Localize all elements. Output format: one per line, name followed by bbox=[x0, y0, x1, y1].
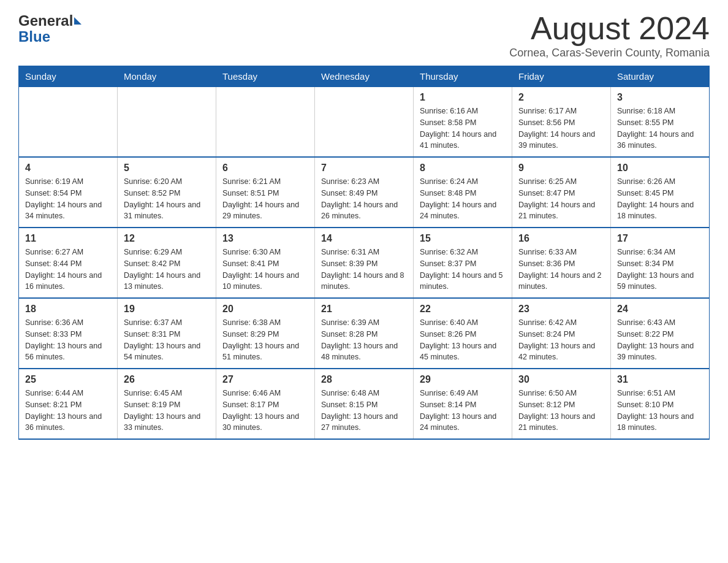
logo-chevron-icon bbox=[74, 17, 82, 25]
day-number: 23 bbox=[518, 304, 604, 315]
day-header-monday: Monday bbox=[118, 66, 216, 87]
day-info: Sunrise: 6:31 AM Sunset: 8:39 PM Dayligh… bbox=[321, 247, 407, 293]
day-number: 10 bbox=[617, 163, 703, 174]
day-number: 16 bbox=[518, 233, 604, 244]
day-info: Sunrise: 6:26 AM Sunset: 8:45 PM Dayligh… bbox=[617, 176, 703, 222]
day-info: Sunrise: 6:17 AM Sunset: 8:56 PM Dayligh… bbox=[518, 105, 604, 151]
day-number: 11 bbox=[25, 233, 111, 244]
calendar-cell bbox=[315, 87, 414, 158]
logo: General Blue bbox=[18, 12, 82, 45]
day-number: 12 bbox=[124, 233, 210, 244]
day-info: Sunrise: 6:18 AM Sunset: 8:55 PM Dayligh… bbox=[617, 105, 703, 151]
day-info: Sunrise: 6:20 AM Sunset: 8:52 PM Dayligh… bbox=[124, 176, 210, 222]
day-info: Sunrise: 6:49 AM Sunset: 8:14 PM Dayligh… bbox=[420, 388, 506, 434]
day-info: Sunrise: 6:33 AM Sunset: 8:36 PM Dayligh… bbox=[518, 247, 604, 293]
day-header-sunday: Sunday bbox=[19, 66, 118, 87]
calendar-cell: 17Sunrise: 6:34 AM Sunset: 8:34 PM Dayli… bbox=[611, 228, 710, 298]
calendar-cell: 24Sunrise: 6:43 AM Sunset: 8:22 PM Dayli… bbox=[611, 298, 710, 369]
calendar-cell: 11Sunrise: 6:27 AM Sunset: 8:44 PM Dayli… bbox=[19, 228, 118, 298]
day-info: Sunrise: 6:43 AM Sunset: 8:22 PM Dayligh… bbox=[617, 317, 703, 363]
calendar-cell: 16Sunrise: 6:33 AM Sunset: 8:36 PM Dayli… bbox=[512, 228, 611, 298]
day-info: Sunrise: 6:36 AM Sunset: 8:33 PM Dayligh… bbox=[25, 317, 111, 363]
day-number: 4 bbox=[25, 163, 111, 174]
day-number: 3 bbox=[617, 92, 703, 103]
day-info: Sunrise: 6:27 AM Sunset: 8:44 PM Dayligh… bbox=[25, 247, 111, 293]
calendar-cell: 13Sunrise: 6:30 AM Sunset: 8:41 PM Dayli… bbox=[216, 228, 315, 298]
day-number: 21 bbox=[321, 304, 407, 315]
day-info: Sunrise: 6:37 AM Sunset: 8:31 PM Dayligh… bbox=[124, 317, 210, 363]
calendar-cell: 30Sunrise: 6:50 AM Sunset: 8:12 PM Dayli… bbox=[512, 369, 611, 439]
calendar-cell: 29Sunrise: 6:49 AM Sunset: 8:14 PM Dayli… bbox=[414, 369, 512, 439]
day-number: 1 bbox=[420, 92, 506, 103]
calendar-cell: 22Sunrise: 6:40 AM Sunset: 8:26 PM Dayli… bbox=[414, 298, 512, 369]
day-header-saturday: Saturday bbox=[611, 66, 710, 87]
day-info: Sunrise: 6:42 AM Sunset: 8:24 PM Dayligh… bbox=[518, 317, 604, 363]
day-number: 13 bbox=[222, 233, 308, 244]
day-number: 2 bbox=[518, 92, 604, 103]
day-number: 22 bbox=[420, 304, 506, 315]
day-number: 31 bbox=[617, 374, 703, 385]
calendar-cell: 12Sunrise: 6:29 AM Sunset: 8:42 PM Dayli… bbox=[118, 228, 216, 298]
calendar-week-5: 25Sunrise: 6:44 AM Sunset: 8:21 PM Dayli… bbox=[19, 369, 710, 439]
day-header-tuesday: Tuesday bbox=[216, 66, 315, 87]
day-info: Sunrise: 6:30 AM Sunset: 8:41 PM Dayligh… bbox=[222, 247, 308, 293]
day-number: 8 bbox=[420, 163, 506, 174]
month-title: August 2024 bbox=[509, 12, 710, 44]
calendar-cell: 18Sunrise: 6:36 AM Sunset: 8:33 PM Dayli… bbox=[19, 298, 118, 369]
calendar-cell: 3Sunrise: 6:18 AM Sunset: 8:55 PM Daylig… bbox=[611, 87, 710, 158]
calendar-cell: 19Sunrise: 6:37 AM Sunset: 8:31 PM Dayli… bbox=[118, 298, 216, 369]
calendar-cell: 27Sunrise: 6:46 AM Sunset: 8:17 PM Dayli… bbox=[216, 369, 315, 439]
day-number: 26 bbox=[124, 374, 210, 385]
calendar-week-2: 4Sunrise: 6:19 AM Sunset: 8:54 PM Daylig… bbox=[19, 157, 710, 228]
day-info: Sunrise: 6:23 AM Sunset: 8:49 PM Dayligh… bbox=[321, 176, 407, 222]
day-number: 15 bbox=[420, 233, 506, 244]
logo-blue-text: Blue bbox=[18, 28, 82, 45]
day-number: 30 bbox=[518, 374, 604, 385]
calendar-cell: 2Sunrise: 6:17 AM Sunset: 8:56 PM Daylig… bbox=[512, 87, 611, 158]
day-number: 17 bbox=[617, 233, 703, 244]
calendar-cell: 14Sunrise: 6:31 AM Sunset: 8:39 PM Dayli… bbox=[315, 228, 414, 298]
calendar-cell: 15Sunrise: 6:32 AM Sunset: 8:37 PM Dayli… bbox=[414, 228, 512, 298]
calendar-cell: 21Sunrise: 6:39 AM Sunset: 8:28 PM Dayli… bbox=[315, 298, 414, 369]
day-number: 6 bbox=[222, 163, 308, 174]
day-info: Sunrise: 6:34 AM Sunset: 8:34 PM Dayligh… bbox=[617, 247, 703, 293]
calendar-table: SundayMondayTuesdayWednesdayThursdayFrid… bbox=[18, 66, 710, 440]
calendar-week-3: 11Sunrise: 6:27 AM Sunset: 8:44 PM Dayli… bbox=[19, 228, 710, 298]
calendar-week-1: 1Sunrise: 6:16 AM Sunset: 8:58 PM Daylig… bbox=[19, 87, 710, 158]
day-info: Sunrise: 6:21 AM Sunset: 8:51 PM Dayligh… bbox=[222, 176, 308, 222]
calendar-cell: 23Sunrise: 6:42 AM Sunset: 8:24 PM Dayli… bbox=[512, 298, 611, 369]
day-info: Sunrise: 6:24 AM Sunset: 8:48 PM Dayligh… bbox=[420, 176, 506, 222]
calendar-cell bbox=[19, 87, 118, 158]
calendar-header-row: SundayMondayTuesdayWednesdayThursdayFrid… bbox=[19, 66, 710, 87]
calendar-cell: 8Sunrise: 6:24 AM Sunset: 8:48 PM Daylig… bbox=[414, 157, 512, 228]
calendar-cell: 25Sunrise: 6:44 AM Sunset: 8:21 PM Dayli… bbox=[19, 369, 118, 439]
day-info: Sunrise: 6:44 AM Sunset: 8:21 PM Dayligh… bbox=[25, 388, 111, 434]
calendar-cell: 28Sunrise: 6:48 AM Sunset: 8:15 PM Dayli… bbox=[315, 369, 414, 439]
calendar-cell bbox=[118, 87, 216, 158]
day-info: Sunrise: 6:38 AM Sunset: 8:29 PM Dayligh… bbox=[222, 317, 308, 363]
day-info: Sunrise: 6:25 AM Sunset: 8:47 PM Dayligh… bbox=[518, 176, 604, 222]
day-header-wednesday: Wednesday bbox=[315, 66, 414, 87]
day-number: 25 bbox=[25, 374, 111, 385]
day-info: Sunrise: 6:40 AM Sunset: 8:26 PM Dayligh… bbox=[420, 317, 506, 363]
day-info: Sunrise: 6:32 AM Sunset: 8:37 PM Dayligh… bbox=[420, 247, 506, 293]
calendar-cell: 20Sunrise: 6:38 AM Sunset: 8:29 PM Dayli… bbox=[216, 298, 315, 369]
day-info: Sunrise: 6:19 AM Sunset: 8:54 PM Dayligh… bbox=[25, 176, 111, 222]
day-number: 24 bbox=[617, 304, 703, 315]
calendar-cell: 6Sunrise: 6:21 AM Sunset: 8:51 PM Daylig… bbox=[216, 157, 315, 228]
day-info: Sunrise: 6:51 AM Sunset: 8:10 PM Dayligh… bbox=[617, 388, 703, 434]
day-number: 19 bbox=[124, 304, 210, 315]
calendar-cell bbox=[216, 87, 315, 158]
day-info: Sunrise: 6:45 AM Sunset: 8:19 PM Dayligh… bbox=[124, 388, 210, 434]
page-header: General Blue August 2024 Cornea, Caras-S… bbox=[18, 12, 710, 59]
day-header-friday: Friday bbox=[512, 66, 611, 87]
day-number: 18 bbox=[25, 304, 111, 315]
day-number: 9 bbox=[518, 163, 604, 174]
day-info: Sunrise: 6:50 AM Sunset: 8:12 PM Dayligh… bbox=[518, 388, 604, 434]
calendar-week-4: 18Sunrise: 6:36 AM Sunset: 8:33 PM Dayli… bbox=[19, 298, 710, 369]
day-number: 28 bbox=[321, 374, 407, 385]
day-info: Sunrise: 6:16 AM Sunset: 8:58 PM Dayligh… bbox=[420, 105, 506, 151]
day-number: 29 bbox=[420, 374, 506, 385]
calendar-cell: 31Sunrise: 6:51 AM Sunset: 8:10 PM Dayli… bbox=[611, 369, 710, 439]
calendar-cell: 7Sunrise: 6:23 AM Sunset: 8:49 PM Daylig… bbox=[315, 157, 414, 228]
